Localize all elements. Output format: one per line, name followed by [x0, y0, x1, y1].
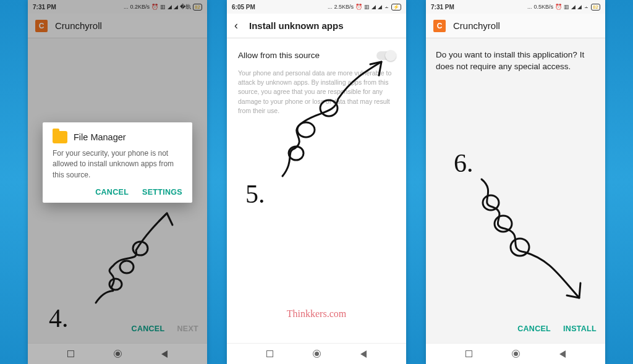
- install-message: Do you want to install this application?…: [426, 38, 605, 84]
- status-icons: ...0.5KB/s ⏰▥ ◢◢ ⫠ 82: [527, 4, 600, 11]
- status-time: 7:31 PM: [33, 4, 56, 11]
- crunchyroll-icon: C: [35, 20, 48, 32]
- crunchyroll-icon: C: [433, 20, 446, 32]
- allow-source-label: Allow from this source: [238, 51, 320, 60]
- android-navbar: [227, 343, 406, 364]
- recents-icon[interactable]: [465, 350, 472, 357]
- phone-screenshot-6: 7:31 PM ...0.5KB/s ⏰▥ ◢◢ ⫠ 82 C Crunchyr…: [426, 0, 605, 364]
- settings-header: ‹ Install unknown apps: [227, 14, 406, 38]
- dialog-title: File Manager: [74, 132, 126, 142]
- dialog-message: For your security, your phone is not all…: [53, 148, 182, 180]
- status-time: 6:05 PM: [232, 4, 255, 11]
- status-bar: 6:05 PM ...2.5KB/s ⏰▥ ◢◢ ⫠ ⚡: [227, 0, 406, 14]
- android-navbar: [426, 343, 605, 364]
- back-chevron-icon[interactable]: ‹: [234, 19, 238, 32]
- security-dialog: File Manager For your security, your pho…: [43, 122, 192, 203]
- recents-icon[interactable]: [67, 350, 74, 357]
- installer-body: Do you want to install this application?…: [426, 38, 605, 343]
- home-icon[interactable]: [114, 350, 122, 358]
- watermark: Thinkkers.com: [287, 308, 346, 320]
- cancel-button[interactable]: CANCEL: [517, 324, 551, 333]
- allow-source-toggle[interactable]: [376, 51, 395, 60]
- file-manager-icon: [53, 131, 67, 143]
- status-bar: 7:31 PM ...0.5KB/s ⏰▥ ◢◢ ⫠ 82: [426, 0, 605, 14]
- installer-actions: CANCEL NEXT: [132, 324, 198, 333]
- status-bar: 7:31 PM ...0.2KB/s ⏰▥ ◢◢ �埶 82: [28, 0, 207, 14]
- allow-source-row[interactable]: Allow from this source: [227, 38, 406, 69]
- settings-title: Install unknown apps: [249, 20, 344, 31]
- cancel-button[interactable]: CANCEL: [132, 324, 165, 333]
- status-time: 7:31 PM: [431, 4, 454, 11]
- back-icon[interactable]: [161, 350, 168, 358]
- app-header: C Crunchyroll: [426, 14, 605, 38]
- home-icon[interactable]: [512, 350, 520, 358]
- home-icon[interactable]: [313, 350, 321, 358]
- settings-body: Allow from this source Your phone and pe…: [227, 38, 406, 343]
- status-icons: ...0.2KB/s ⏰▥ ◢◢ �埶 82: [124, 3, 202, 11]
- phone-screenshot-5: 6:05 PM ...2.5KB/s ⏰▥ ◢◢ ⫠ ⚡ ‹ Install u…: [227, 0, 406, 364]
- install-button[interactable]: INSTALL: [563, 324, 597, 333]
- app-title: Crunchyroll: [55, 20, 102, 31]
- status-icons: ...2.5KB/s ⏰▥ ◢◢ ⫠ ⚡: [328, 4, 401, 11]
- dialog-settings-button[interactable]: SETTINGS: [142, 188, 182, 197]
- dialog-cancel-button[interactable]: CANCEL: [95, 188, 129, 197]
- next-button: NEXT: [177, 324, 198, 333]
- back-icon[interactable]: [559, 350, 566, 358]
- installer-actions: CANCEL INSTALL: [517, 324, 597, 333]
- recents-icon[interactable]: [266, 350, 273, 357]
- phone-screenshot-4: 7:31 PM ...0.2KB/s ⏰▥ ◢◢ �埶 82 C Crunchy…: [28, 0, 207, 364]
- allow-source-description: Your phone and personal data are more vu…: [227, 69, 406, 116]
- app-header: C Crunchyroll: [28, 14, 207, 38]
- back-icon[interactable]: [360, 350, 367, 358]
- app-title: Crunchyroll: [453, 20, 500, 31]
- android-navbar: [28, 343, 207, 364]
